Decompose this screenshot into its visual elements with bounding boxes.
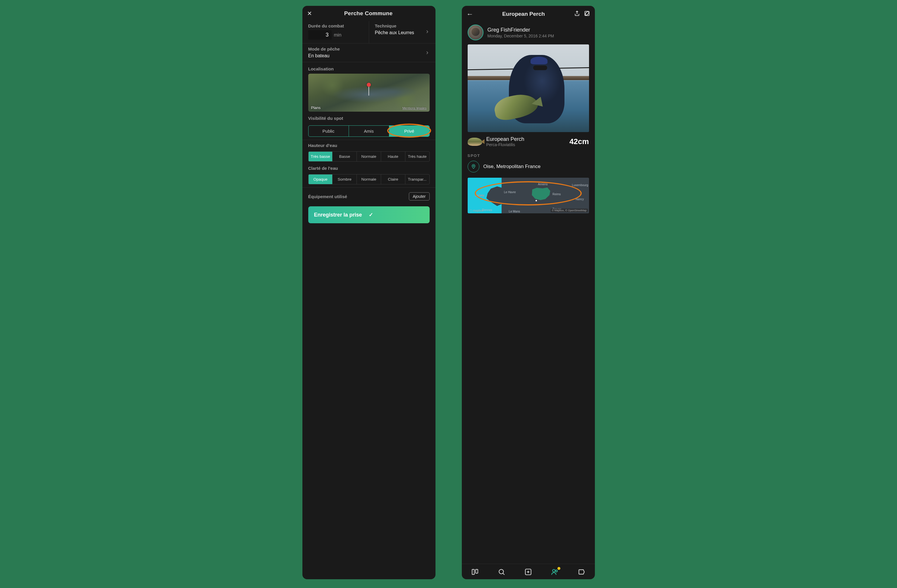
back-icon[interactable]: ← [467,10,473,18]
page-title: European Perch [477,11,570,17]
save-label: Enregistrer la prise [314,212,369,218]
wh-normale[interactable]: Normale [357,152,381,161]
visibility-label: Visibilité du spot [302,111,435,123]
visibility-segmented: Public Amis Privé [308,125,430,137]
osm-attribution: © Mapbox, © OpenStreetMap [551,209,588,212]
edit-icon[interactable] [584,10,590,18]
wh-haute[interactable]: Haute [381,152,405,161]
spot-name: Oise, Metropolitan France [484,163,541,170]
map-label-rennes: Rennes [482,208,492,212]
visibility-private[interactable]: Privé [389,126,429,136]
header: ✕ Perche Commune [302,6,435,21]
species-latin-name: Perca-Fluviatilis [486,142,566,147]
tab-add[interactable] [524,568,532,576]
legal-link[interactable]: Mentions légales [403,106,427,110]
save-catch-button[interactable]: Enregistrer la prise ✓ [308,206,430,223]
tab-bar [462,564,595,579]
page-title: Perche Commune [312,10,425,17]
equipment-label: Équipement utilisé [308,194,409,199]
mode-value: En bateau [308,53,426,58]
svg-point-4 [499,569,504,574]
spot-map[interactable]: Jersey Le Havre Amiens Reims Nancy Renne… [468,178,589,213]
catch-size: 42cm [569,137,589,146]
technique-label: Technique [375,23,426,28]
wh-tresbasse[interactable]: Très basse [309,152,332,161]
svg-point-1 [473,165,474,166]
tab-feed[interactable] [471,568,479,576]
mapbox-attribution: mapbox [469,209,484,212]
tab-social[interactable] [551,568,559,576]
header: ← European Perch [462,6,595,22]
tab-more[interactable] [578,568,585,576]
technique-row[interactable]: Technique Pêche aux Leurres › [369,21,435,43]
map-label-lux: Luxembourg [572,183,588,187]
svg-point-7 [556,570,557,572]
wc-normale[interactable]: Normale [357,174,381,184]
chevron-right-icon: › [426,49,429,57]
notification-badge [557,567,560,570]
chevron-right-icon: › [426,28,429,35]
wh-treshaute[interactable]: Très haute [405,152,429,161]
catch-date: Monday, December 5, 2016 2:44 PM [488,34,554,38]
share-icon[interactable] [574,10,580,18]
svg-rect-3 [476,569,478,573]
user-name: Greg FishFriender [488,27,554,33]
fish-icon [468,137,482,146]
close-icon[interactable]: ✕ [307,10,312,17]
water-clarity-label: Clarté de l'eau [302,164,435,173]
visibility-friends[interactable]: Amis [349,126,389,136]
tab-search[interactable] [498,568,505,576]
water-height-label: Hauteur d'eau [302,141,435,150]
fight-duration-input[interactable] [308,30,332,40]
wc-opaque[interactable]: Opaque [309,174,332,184]
duration-unit: min [334,32,341,38]
visibility-public[interactable]: Public [309,126,349,136]
location-pin-icon [468,161,479,173]
spot-row[interactable]: Oise, Metropolitan France [462,160,595,176]
water-clarity-segmented: Opaque Sombre Normale Claire Transpar... [308,174,430,185]
check-icon: ✓ [369,212,424,218]
wh-basse[interactable]: Basse [332,152,357,161]
location-map[interactable]: Plans Mentions légales [308,74,430,111]
spot-section-label: SPOT [462,151,595,160]
avatar [468,24,484,40]
map-pin-icon [367,83,371,96]
wc-sombre[interactable]: Sombre [332,174,357,184]
mode-label: Mode de pêche [308,46,426,52]
svg-point-6 [553,569,555,572]
apple-maps-attribution: Plans [311,105,321,110]
catch-detail-screen: ← European Perch Greg FishFriender Monda… [462,6,595,579]
wc-claire[interactable]: Claire [381,174,405,184]
equipment-row: Équipement utilisé Ajouter [302,189,435,204]
species-common-name: European Perch [486,136,566,142]
fishing-mode-row[interactable]: Mode de pêche En bateau › [302,44,435,62]
row-duration-technique: Durée du combat min Technique Pêche aux … [302,21,435,44]
svg-rect-2 [472,569,475,574]
catch-photo[interactable] [468,44,589,132]
add-equipment-button[interactable]: Ajouter [409,192,429,200]
technique-value: Pêche aux Leurres [375,30,426,35]
water-height-segmented: Très basse Basse Normale Haute Très haut… [308,151,430,162]
wc-transparente[interactable]: Transpar... [405,174,429,184]
species-row: European Perch Perca-Fluviatilis 42cm [462,132,595,151]
map-label-lemans: Le Mans [509,210,520,213]
fight-duration-label: Durée du combat [308,23,363,28]
user-row[interactable]: Greg FishFriender Monday, December 5, 20… [462,22,595,44]
edit-catch-screen: ✕ Perche Commune Durée du combat min Tec… [302,6,435,579]
annotation-ellipse [475,181,582,205]
localisation-label: Localisation [302,62,435,74]
